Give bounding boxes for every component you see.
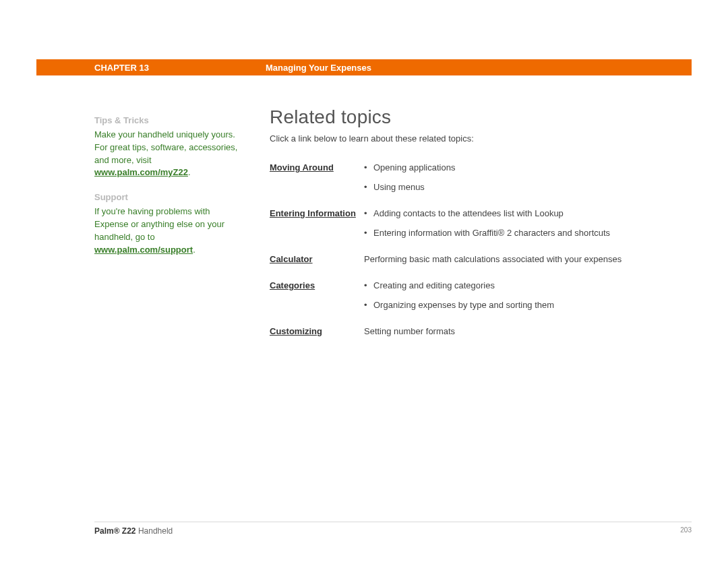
chapter-label: CHAPTER 13: [94, 63, 149, 73]
page-number: 203: [680, 526, 692, 536]
topic-content: Opening applications Using menus: [364, 162, 667, 201]
product-name: Palm® Z22 Handheld: [94, 526, 173, 536]
topic-link-entering-information[interactable]: Entering Information: [270, 208, 356, 218]
tips-block: Tips & Tricks Make your handheld uniquel…: [94, 115, 243, 179]
topic-content: Creating and editing categories Organizi…: [364, 280, 667, 319]
topic-label: Categories: [270, 280, 357, 319]
support-block: Support If you're having problems with E…: [94, 191, 243, 256]
topic-label: Moving Around: [270, 162, 357, 201]
topic-link-customizing[interactable]: Customizing: [270, 326, 322, 336]
tips-heading: Tips & Tricks: [94, 115, 243, 127]
product-name-rest: Handheld: [136, 526, 173, 536]
sidebar: Tips & Tricks Make your handheld uniquel…: [94, 115, 243, 268]
support-heading: Support: [94, 191, 243, 204]
topic-text: Setting number formats: [364, 326, 667, 336]
topic-bullet: Using menus: [364, 182, 667, 192]
topic-bullet: Adding contacts to the attendees list wi…: [364, 208, 667, 218]
topic-bullet: Entering information with Graffiti® 2 ch…: [364, 228, 667, 238]
support-text: If you're having problems with Expense o…: [94, 206, 224, 242]
related-topics-table: Moving Around Opening applications Using…: [270, 162, 667, 346]
topic-content: Adding contacts to the attendees list wi…: [364, 208, 667, 247]
topic-bullet: Organizing expenses by type and sorting …: [364, 300, 667, 310]
chapter-title: Managing Your Expenses: [266, 63, 371, 73]
tips-text: Make your handheld uniquely yours. For g…: [94, 129, 237, 165]
page: CHAPTER 13 Managing Your Expenses Tips &…: [0, 0, 728, 562]
topic-text: Performing basic math calculations assoc…: [364, 254, 667, 264]
topic-bullet: Creating and editing categories: [364, 280, 667, 290]
topic-content: Performing basic math calculations assoc…: [364, 254, 667, 274]
topic-link-categories[interactable]: Categories: [270, 280, 315, 290]
page-footer: Palm® Z22 Handheld 203: [94, 522, 692, 536]
intro-text: Click a link below to learn about these …: [270, 133, 667, 144]
topic-label: Calculator: [270, 254, 357, 274]
chapter-header-bar: CHAPTER 13 Managing Your Expenses: [36, 59, 692, 75]
product-name-bold: Palm® Z22: [94, 526, 136, 536]
tips-link[interactable]: www.palm.com/myZ22: [94, 167, 188, 177]
page-heading: Related topics: [270, 106, 667, 128]
tips-text-after: .: [188, 167, 191, 177]
main-content: Related topics Click a link below to lea…: [270, 106, 667, 346]
support-link[interactable]: www.palm.com/support: [94, 245, 193, 255]
topic-link-calculator[interactable]: Calculator: [270, 254, 313, 264]
topic-label: Entering Information: [270, 208, 357, 247]
topic-label: Customizing: [270, 326, 357, 346]
topic-content: Setting number formats: [364, 326, 667, 346]
topic-link-moving-around[interactable]: Moving Around: [270, 162, 334, 173]
support-text-after: .: [193, 245, 195, 255]
topic-bullet: Opening applications: [364, 162, 667, 173]
